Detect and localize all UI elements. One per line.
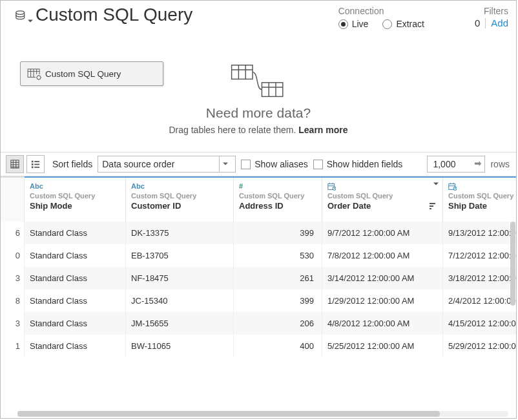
column-name: Ship Mode: [30, 201, 120, 211]
rownum-header: [1, 177, 25, 222]
date-type-icon: [448, 182, 516, 191]
connection-live-radio[interactable]: Live: [338, 19, 369, 29]
table-row[interactable]: 0Standard ClassEB-137055307/8/2012 12:00…: [1, 244, 516, 267]
cell[interactable]: 399: [234, 289, 322, 312]
sort-indicator-icon[interactable]: [430, 202, 437, 210]
cell[interactable]: Standard Class: [25, 312, 126, 335]
radio-checked-icon: [338, 19, 348, 29]
cell[interactable]: Standard Class: [25, 289, 126, 312]
rows-refresh-arrow-icon[interactable]: [474, 161, 482, 167]
table-row[interactable]: 3Standard ClassJM-156552064/8/2012 12:00…: [1, 312, 516, 335]
cell[interactable]: 7/12/2012 12:00:00 AM: [443, 244, 517, 267]
cell[interactable]: BW-11065: [126, 335, 234, 357]
text-type-icon: Abc: [30, 182, 120, 191]
relate-tables-icon: [229, 63, 287, 101]
text-type-icon: Abc: [131, 182, 228, 191]
svg-rect-11: [262, 83, 282, 97]
logical-table-label: Custom SQL Query: [45, 69, 121, 79]
row-number: 6: [1, 222, 25, 244]
column-header[interactable]: AbcCustom SQL QueryCustomer ID: [126, 177, 234, 222]
cell[interactable]: 2/4/2012 12:00:00 AM: [443, 289, 517, 312]
datasource-icon[interactable]: [15, 10, 29, 24]
rows-input[interactable]: 1,000: [427, 156, 485, 173]
drag-hint-prefix: Drag tables here to relate them.: [169, 125, 298, 135]
table-row[interactable]: 1Standard ClassBW-110654005/25/2012 12:0…: [1, 335, 516, 357]
cell[interactable]: 206: [234, 312, 322, 335]
logical-table-pill[interactable]: Custom SQL Query: [20, 61, 163, 86]
cell[interactable]: DK-13375: [126, 222, 234, 244]
filters-add-link[interactable]: Add: [491, 17, 508, 28]
connection-extract-radio[interactable]: Extract: [382, 19, 424, 29]
cell[interactable]: 4/15/2012 12:00:00 AM: [443, 312, 517, 335]
column-source: Custom SQL Query: [131, 192, 228, 200]
cell[interactable]: 1/29/2012 12:00:00 AM: [322, 289, 443, 312]
metadata-view-button[interactable]: [26, 155, 45, 173]
column-name: Customer ID: [131, 201, 228, 211]
column-source: Custom SQL Query: [448, 192, 516, 200]
show-aliases-checkbox[interactable]: Show aliases: [241, 159, 308, 169]
svg-rect-25: [32, 167, 34, 169]
checkbox-unchecked-icon: [241, 160, 251, 169]
cell[interactable]: 9/13/2012 12:00:00 AM: [443, 222, 517, 244]
cell[interactable]: Standard Class: [25, 267, 126, 289]
row-number: 3: [1, 267, 25, 289]
column-header[interactable]: Custom SQL QueryShip Date: [443, 177, 517, 222]
cell[interactable]: 530: [234, 244, 322, 267]
cell[interactable]: 3/18/2012 12:00:00 AM: [443, 267, 517, 289]
cell[interactable]: NF-18475: [126, 267, 234, 289]
cell[interactable]: EB-13705: [126, 244, 234, 267]
page-title[interactable]: Custom SQL Query: [36, 5, 192, 25]
row-number: 8: [1, 289, 25, 312]
column-source: Custom SQL Query: [239, 192, 316, 200]
column-header[interactable]: AbcCustom SQL QueryShip Mode: [25, 177, 126, 222]
cell[interactable]: 5/29/2012 12:00:00 AM: [443, 335, 517, 357]
cell[interactable]: Standard Class: [25, 244, 126, 267]
divider: [485, 18, 486, 28]
horizontal-scrollbar[interactable]: [17, 411, 508, 417]
column-header[interactable]: Custom SQL QueryOrder Date: [322, 177, 443, 222]
column-header[interactable]: #Custom SQL QueryAddress ID: [234, 177, 322, 222]
svg-point-0: [16, 11, 25, 15]
cell[interactable]: Standard Class: [25, 222, 126, 244]
cell[interactable]: 5/25/2012 12:00:00 AM: [322, 335, 443, 357]
date-type-icon: [327, 182, 437, 191]
cell[interactable]: 7/8/2012 12:00:00 AM: [322, 244, 443, 267]
custom-sql-icon: [27, 68, 40, 79]
connection-live-label: Live: [352, 19, 369, 29]
svg-rect-26: [34, 167, 39, 168]
svg-rect-21: [32, 161, 34, 163]
cell[interactable]: 399: [234, 222, 322, 244]
cell[interactable]: 261: [234, 267, 322, 289]
show-hidden-checkbox[interactable]: Show hidden fields: [313, 159, 403, 169]
svg-rect-7: [232, 65, 253, 79]
learn-more-link[interactable]: Learn more: [298, 125, 347, 135]
radio-unchecked-icon: [382, 19, 392, 29]
checkbox-unchecked-icon: [313, 160, 323, 169]
svg-rect-32: [430, 203, 435, 204]
chevron-down-icon: [219, 156, 231, 172]
number-type-icon: #: [239, 182, 316, 191]
table-row[interactable]: 3Standard ClassNF-184752613/14/2012 12:0…: [1, 267, 516, 289]
cell[interactable]: 4/8/2012 12:00:00 AM: [322, 312, 443, 335]
cell[interactable]: JC-15340: [126, 289, 234, 312]
filters-count: 0: [475, 17, 480, 28]
cell[interactable]: 3/14/2012 12:00:00 AM: [322, 267, 443, 289]
column-menu-caret-icon[interactable]: [433, 182, 439, 187]
cell[interactable]: JM-15655: [126, 312, 234, 335]
rows-value: 1,000: [433, 159, 455, 169]
svg-rect-23: [32, 163, 34, 165]
table-row[interactable]: 8Standard ClassJC-153403991/29/2012 12:0…: [1, 289, 516, 312]
cell[interactable]: 400: [234, 335, 322, 357]
connection-label: Connection: [338, 6, 424, 16]
svg-rect-33: [430, 205, 433, 207]
cell[interactable]: 9/7/2012 12:00:00 AM: [322, 222, 443, 244]
grid-view-button[interactable]: [6, 155, 24, 173]
cell[interactable]: Standard Class: [25, 335, 126, 357]
vertical-scrollbar[interactable]: [510, 222, 515, 306]
data-grid[interactable]: AbcCustom SQL QueryShip ModeAbcCustom SQ…: [1, 176, 516, 357]
column-source: Custom SQL Query: [327, 192, 437, 200]
show-aliases-label: Show aliases: [254, 159, 308, 169]
sort-fields-select[interactable]: Data source order: [98, 156, 236, 173]
table-row[interactable]: 6Standard ClassDK-133753999/7/2012 12:00…: [1, 222, 516, 244]
horizontal-scrollbar-thumb[interactable]: [17, 411, 440, 417]
